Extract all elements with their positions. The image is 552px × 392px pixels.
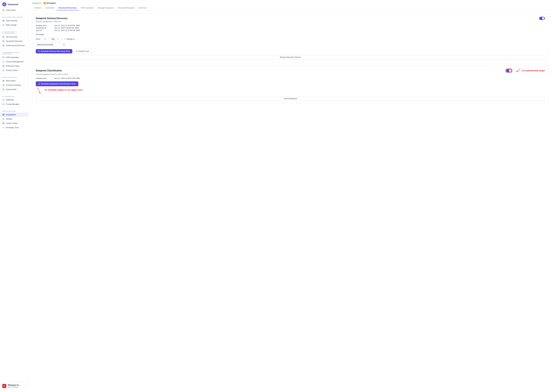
svg-point-22: [4, 57, 4, 57]
schema-section-header: Datapoint Schema Discovery: [36, 17, 545, 20]
logo-icon: [2, 2, 6, 6]
svg-rect-14: [3, 41, 3, 42]
svg-rect-11: [4, 37, 4, 38]
sidebar-item-sombra[interactable]: Sombra: [0, 117, 29, 121]
sidebar-divider-3: [0, 49, 29, 49]
tab-activities[interactable]: Activities: [32, 6, 43, 10]
user-name: Jason Wahjudi: [8, 386, 23, 388]
sidebar-item-action-items[interactable]: Action Items: [0, 8, 29, 12]
sidebar-item-prompt-manager[interactable]: Prompt Manager: [0, 102, 29, 106]
schema-btn-row: Schedule Schema Discovery Scan Restart S…: [36, 49, 545, 54]
schedule-schema-btn[interactable]: Schedule Schema Discovery Scan: [36, 49, 72, 53]
s3-icon: S3: [44, 2, 46, 4]
sidebar-label-preference-store: Preference Store: [6, 65, 20, 67]
svg-point-3: [3, 10, 4, 10]
page-content: Datapoint Schema Discovery Discover data…: [29, 10, 552, 392]
sidebar-item-web-auditor[interactable]: Web Auditor: [0, 79, 29, 83]
date-input[interactable]: [36, 43, 62, 47]
svg-rect-32: [3, 114, 3, 115]
sidebar-item-structured-discovery[interactable]: Structured Discovery: [0, 39, 29, 43]
svg-point-4: [3, 20, 4, 21]
classification-toggle[interactable]: [506, 69, 512, 72]
sidebar-item-custom-fields[interactable]: Custom Fields: [0, 121, 29, 126]
sidebar-label-sombra: Sombra: [6, 118, 12, 120]
sidebar-label-data-lineage: Data Lineage: [6, 24, 16, 26]
frequency-select[interactable]: Day Hour Week: [50, 37, 60, 41]
svg-point-37: [3, 119, 4, 119]
integrations-icon: [2, 113, 5, 116]
svg-rect-38: [3, 122, 3, 123]
svg-rect-18: [3, 46, 3, 46]
section-label-infra: INFRASTRUCTURE: [0, 109, 29, 112]
classification-enabled-row: Enabled since Dec 12, 2023 12:46:37 PM -…: [36, 77, 545, 79]
every-label: Every: [36, 38, 40, 40]
section-label-apo: AUTONOMOUS PRIVACY OPERATIONS: [0, 50, 29, 55]
sidebar-item-integrations[interactable]: Integrations: [0, 112, 29, 117]
data-lineage-icon: [2, 24, 5, 26]
sidebar-item-silo-discovery[interactable]: Silo Discovery: [0, 35, 29, 39]
sombra-icon: [2, 118, 5, 120]
classification-toggle-area: To enable/disable plugin: [505, 69, 545, 73]
run-plugin-row: Run plugin:: [36, 34, 545, 35]
sidebar-item-data-lineage[interactable]: Data Lineage: [0, 23, 29, 27]
sidebar-label-structured-discovery: Structured Discovery: [6, 40, 22, 42]
tab-audit-trail[interactable]: Audit Trail: [136, 6, 148, 10]
every-input[interactable]: [41, 37, 49, 41]
company-name: Rideshare Co.: [8, 384, 23, 386]
classification-title: Datapoint Classification: [36, 69, 62, 72]
sidebar: Transcend Action Items DATA ASSET INTELL…: [0, 0, 29, 392]
svg-rect-41: [4, 123, 4, 124]
breadcrumb-integrations[interactable]: Integrations: [32, 2, 41, 4]
svg-rect-19: [4, 46, 4, 46]
schema-title: Datapoint Schema Discovery: [36, 17, 68, 20]
last-run-row: Last run Dec 12, 2023 12:37:56 PM -0800: [36, 29, 545, 31]
sidebar-divider-6: [0, 107, 29, 108]
clear-frequency-button[interactable]: ✕: [61, 38, 63, 40]
consent-management-icon: [2, 61, 5, 63]
enabled-since-label: Enabled since: [36, 25, 54, 27]
svg-rect-16: [3, 45, 3, 45]
schema-toggle[interactable]: [539, 17, 545, 20]
schedule-icon: [38, 50, 40, 52]
view-dashboard-btn[interactable]: View Dashboard: [36, 96, 545, 101]
app-logo[interactable]: Transcend: [0, 0, 29, 8]
svg-rect-8: [3, 36, 3, 37]
svg-rect-10: [3, 37, 3, 38]
sidebar-item-assessments[interactable]: Assessments: [0, 87, 29, 91]
sidebar-item-data-inventory[interactable]: Data Inventory: [0, 19, 29, 23]
every-row: Every Day Hour Week ✕ starting on: [36, 37, 545, 41]
schedule-classification-btn[interactable]: Schedule Datapoints Classification Scan: [36, 81, 78, 86]
silo-discovery-icon: [2, 36, 5, 38]
svg-rect-9: [4, 36, 4, 37]
tab-connection[interactable]: Connection: [43, 6, 56, 10]
sidebar-item-unstructured-discovery[interactable]: Unstructured Discovery: [0, 43, 29, 48]
tab-processed-requests[interactable]: Processed Requests: [116, 6, 136, 10]
sidebar-item-developer-tools[interactable]: Developer Tools: [0, 126, 29, 130]
sidebar-item-consent-management[interactable]: Consent Management: [0, 60, 29, 64]
scheduled-for-value: Dec 12, 2023 4:00:00 PM -0800: [54, 27, 79, 29]
sidebar-footer[interactable]: RC Rideshare Co. Jason Wahjudi: [0, 382, 29, 390]
sidebar-label-prompt-manager: Prompt Manager: [6, 103, 19, 105]
sidebar-label-data-inventory: Data Inventory: [6, 20, 18, 22]
svg-point-20: [3, 57, 4, 57]
tab-dsr-automation[interactable]: DSR Automation: [79, 6, 96, 10]
privacy-center-icon: [2, 69, 5, 71]
sidebar-item-contract-scanning[interactable]: Contract Scanning: [0, 83, 29, 87]
user-avatar: RC: [2, 384, 6, 388]
sidebar-item-pathfinder[interactable]: Pathfinder: [0, 98, 29, 102]
calendar-icon[interactable]: [63, 43, 65, 46]
sidebar-item-dsr-automation[interactable]: DSR Automation: [0, 55, 29, 60]
tab-structured-discovery[interactable]: Structured Discovery: [57, 6, 79, 10]
web-auditor-icon: [2, 80, 5, 82]
breadcrumb-separator: ›: [42, 2, 43, 4]
tab-manage-datapoints[interactable]: Manage Datapoints: [96, 6, 116, 10]
sidebar-item-privacy-center[interactable]: Privacy Center: [0, 68, 29, 72]
footer-chevron-icon: [24, 385, 26, 387]
svg-point-6: [4, 24, 4, 25]
schedule-annotation-text: To schedule plugin to run again soon: [44, 89, 83, 91]
datapoint-classification-card: Datapoint Classification To enable/disab…: [32, 65, 549, 104]
restart-scan-btn[interactable]: Restart Scan: [74, 49, 92, 54]
enable-disable-annotation: To enable/disable plugin: [515, 69, 545, 73]
browse-schema-btn[interactable]: Browse Data Silo Schema: [36, 55, 545, 60]
sidebar-item-preference-store[interactable]: Preference Store: [0, 64, 29, 68]
